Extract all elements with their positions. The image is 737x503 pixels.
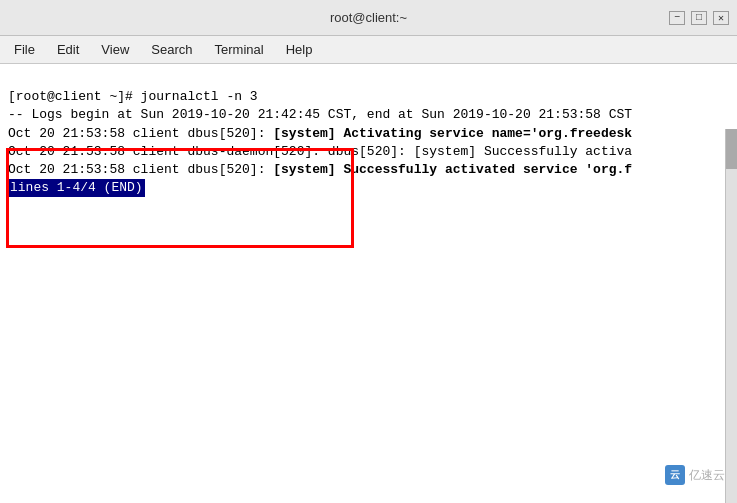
window-controls: − □ ✕ [669,11,729,25]
minimize-button[interactable]: − [669,11,685,25]
menu-edit[interactable]: Edit [47,40,89,59]
prompt-line: [root@client ~]# journalctl -n 3 [8,89,258,104]
output-line-3: Oct 20 21:53:58 client dbus-daemon[520]:… [8,144,632,159]
scrollbar[interactable] [725,129,737,503]
scrollbar-thumb[interactable] [726,129,737,169]
menubar: File Edit View Search Terminal Help [0,36,737,64]
output-line-end: lines 1-4/4 (END) [8,180,145,195]
watermark-logo: 云 [665,465,685,485]
titlebar: root@client:~ − □ ✕ [0,0,737,36]
menu-file[interactable]: File [4,40,45,59]
end-marker: lines 1-4/4 (END) [8,179,145,197]
watermark-text: 亿速云 [689,467,725,484]
menu-view[interactable]: View [91,40,139,59]
watermark: 云 亿速云 [665,465,725,485]
output-line-2: Oct 20 21:53:58 client dbus[520]: [syste… [8,126,632,141]
maximize-button[interactable]: □ [691,11,707,25]
output-line-4: Oct 20 21:53:58 client dbus[520]: [syste… [8,162,632,177]
menu-search[interactable]: Search [141,40,202,59]
terminal-window: root@client:~ − □ ✕ File Edit View Searc… [0,0,737,503]
window-title: root@client:~ [68,10,669,25]
menu-help[interactable]: Help [276,40,323,59]
menu-terminal[interactable]: Terminal [205,40,274,59]
terminal-area[interactable]: [root@client ~]# journalctl -n 3 -- Logs… [0,64,737,503]
close-button[interactable]: ✕ [713,11,729,25]
output-line-1: -- Logs begin at Sun 2019-10-20 21:42:45… [8,107,632,122]
terminal-output: [root@client ~]# journalctl -n 3 -- Logs… [8,70,729,216]
